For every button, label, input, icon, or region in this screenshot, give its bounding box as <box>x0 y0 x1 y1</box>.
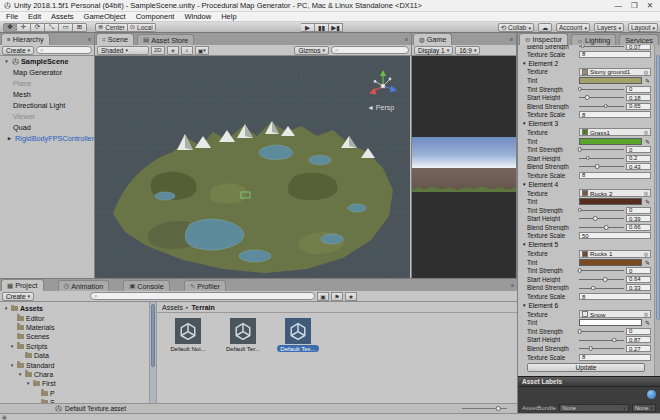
folder-characters[interactable]: ▼ Chara <box>0 370 149 379</box>
blend-strength-slider[interactable] <box>579 223 624 231</box>
scene-search-input[interactable]: ⌕ <box>331 46 409 54</box>
element-foldout[interactable]: ▼ Element 6 <box>518 301 654 310</box>
project-search-input[interactable]: ⌕ <box>90 292 315 300</box>
value-field[interactable]: 0.2 <box>626 155 651 162</box>
account-dropdown[interactable]: Account ▾ <box>556 23 590 32</box>
texture-object-field[interactable]: Rocks 2 ◎ <box>579 189 651 197</box>
asset-default-noise[interactable]: Default Noi... <box>165 318 211 352</box>
draw-mode-dropdown[interactable]: Shaded▾ <box>97 46 149 55</box>
fold-closed-icon[interactable]: ▶ <box>6 136 13 141</box>
display-dropdown[interactable]: Display 1▾ <box>414 46 453 55</box>
tab-hierarchy[interactable]: ≡ Hierarchy <box>1 33 50 45</box>
element-foldout[interactable]: ▼ Element 4 <box>518 180 654 189</box>
minimize-button[interactable]: — <box>614 1 622 10</box>
hierarchy-create-dropdown[interactable]: Create▾ <box>2 46 34 55</box>
search-by-label-icon[interactable]: ⚑ <box>331 292 343 301</box>
tab-lighting[interactable]: ☼ Lighting <box>571 34 616 45</box>
texture-scale-field[interactable]: 50 <box>579 232 651 239</box>
gizmos-dropdown[interactable]: Gizmos▾ <box>294 46 329 55</box>
panel-menu-icon[interactable]: ≡ <box>510 36 513 42</box>
texture-object-field[interactable]: Grass1 ◎ <box>579 128 651 136</box>
label-picker-icon[interactable] <box>647 390 656 399</box>
folder-standard-assets[interactable]: ▼ Standard <box>0 360 149 369</box>
value-field[interactable]: 0.65 <box>626 103 651 110</box>
fold-open-icon[interactable]: ▼ <box>3 306 9 311</box>
value-field[interactable]: 0 <box>626 86 651 93</box>
menu-component[interactable]: Component <box>136 12 175 21</box>
scale-tool-icon[interactable]: ⤡ <box>45 23 59 32</box>
element-foldout[interactable]: ▼ Element 3 <box>518 119 654 128</box>
move-tool-icon[interactable]: ✛ <box>17 23 31 32</box>
value-field[interactable]: 0.18 <box>626 94 651 101</box>
maximize-button[interactable]: ❐ <box>631 1 638 10</box>
texture-scale-field[interactable]: 8 <box>579 293 651 300</box>
scene-fx-dropdown[interactable]: ▣▾ <box>195 46 209 55</box>
folder-firstperson[interactable]: ▼ First <box>0 379 149 388</box>
thumbnail-size-slider[interactable] <box>462 405 507 413</box>
layers-dropdown[interactable]: Layers ▾ <box>594 23 624 32</box>
folder-editor[interactable]: Editor <box>0 313 149 322</box>
eyedropper-icon[interactable]: ✎ <box>644 319 651 326</box>
value-field[interactable]: 0.27 <box>626 345 651 352</box>
panel-menu-icon[interactable]: ≡ <box>88 36 91 42</box>
tint-color-swatch[interactable] <box>579 77 642 84</box>
tab-animation[interactable]: ◷ Animation <box>58 280 110 291</box>
assetbundle-variant-dropdown[interactable]: None ▾ <box>632 404 656 412</box>
value-field[interactable]: 0 <box>626 146 651 153</box>
fold-open-icon[interactable]: ▼ <box>9 344 15 349</box>
tab-inspector[interactable]: ⊙ Inspector <box>519 33 568 45</box>
fold-open-icon[interactable]: ▼ <box>3 59 10 64</box>
tab-asset-store[interactable]: ▤ Asset Store <box>137 34 194 45</box>
tab-scene[interactable]: ⌗ Scene <box>96 33 134 45</box>
hierarchy-item-samplescene[interactable]: ▼ SampleScene <box>0 56 94 67</box>
transform-tool-icon[interactable]: ⊞ <box>73 23 87 32</box>
value-field[interactable]: 0.39 <box>626 215 651 222</box>
tab-project[interactable]: ▦ Project <box>1 279 44 291</box>
pause-button[interactable]: ▮▮ <box>315 23 329 32</box>
object-picker-icon[interactable]: ◎ <box>644 251 648 257</box>
texture-scale-field[interactable]: 8 <box>579 111 651 118</box>
space-toggle[interactable]: ⊙ Local <box>128 23 156 32</box>
panel-menu-icon[interactable]: ≡ <box>405 36 408 42</box>
folder-data[interactable]: Data <box>0 351 149 360</box>
menu-assets[interactable]: Assets <box>51 12 74 21</box>
tint-strength-slider[interactable] <box>579 146 624 154</box>
play-button[interactable]: ▶ <box>301 23 315 32</box>
fold-open-icon[interactable]: ▼ <box>9 363 15 368</box>
breadcrumb-assets[interactable]: Assets <box>162 304 183 311</box>
hierarchy-item-quad[interactable]: Quad <box>0 122 94 133</box>
collab-dropdown[interactable]: ⟲ Collab ▾ <box>498 23 534 32</box>
assetbundle-dropdown[interactable]: None ▾ <box>559 404 628 412</box>
value-field[interactable]: 0.87 <box>626 336 651 343</box>
2d-toggle[interactable]: 2D <box>151 46 165 55</box>
tab-game[interactable]: ◍ Game <box>413 33 452 45</box>
value-field[interactable]: 0 <box>626 267 651 274</box>
asset-default-texture[interactable]: Default Tex... <box>275 318 321 352</box>
folder-scripts-sub[interactable]: S <box>0 398 149 403</box>
scene-audio-toggle[interactable]: ♪ <box>181 46 193 55</box>
start-height-slider[interactable] <box>579 154 624 162</box>
value-field[interactable]: 0 <box>626 207 651 214</box>
texture-scale-field[interactable]: 8 <box>579 354 651 361</box>
asset-default-terrain[interactable]: Default Ter... <box>220 318 266 352</box>
texture-scale-field[interactable]: 8 <box>579 51 651 58</box>
texture-object-field[interactable]: Rocks 1 ◎ <box>579 250 651 258</box>
hierarchy-item-plane[interactable]: Plane <box>0 78 94 89</box>
eyedropper-icon[interactable]: ✎ <box>644 198 651 205</box>
texture-object-field[interactable]: Snow ◎ <box>579 310 651 318</box>
folder-materials[interactable]: Materials <box>0 323 149 332</box>
object-picker-icon[interactable]: ◎ <box>644 190 648 196</box>
inspector-scrollbar[interactable] <box>654 45 660 376</box>
eyedropper-icon[interactable]: ✎ <box>644 259 651 266</box>
tab-console[interactable]: ▣ Console <box>123 280 170 291</box>
tint-color-swatch[interactable] <box>579 138 642 145</box>
favorites-icon[interactable]: ★ <box>345 292 357 301</box>
menu-help[interactable]: Help <box>221 12 236 21</box>
tint-color-swatch[interactable] <box>579 198 642 205</box>
rect-tool-icon[interactable]: ▭ <box>59 23 73 32</box>
start-height-slider[interactable] <box>579 94 624 102</box>
fold-open-icon[interactable]: ▼ <box>17 372 23 377</box>
object-picker-icon[interactable]: ◎ <box>644 311 648 317</box>
menu-window[interactable]: Window <box>184 12 211 21</box>
value-field[interactable]: 0.33 <box>626 284 651 291</box>
